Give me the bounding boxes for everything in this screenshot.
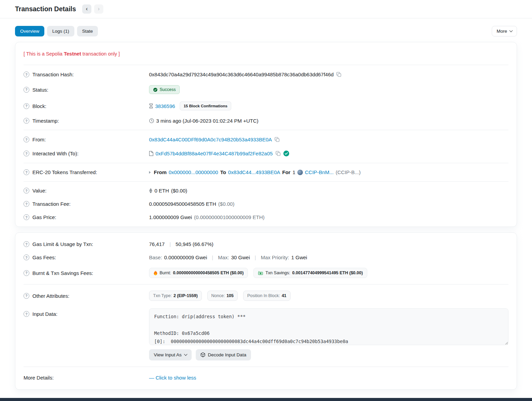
transaction-hash-row: Transaction Hash: 0x843dc70a4a29d79234c4… xyxy=(24,67,508,81)
decode-cube-icon xyxy=(201,352,205,357)
max-fee-value: 30 Gwei xyxy=(231,255,250,260)
decode-input-data-button[interactable]: Decode Input Data xyxy=(196,349,251,360)
position-key: Position In Block: xyxy=(247,293,280,298)
more-button[interactable]: More xyxy=(492,26,517,36)
input-data-row: Input Data: Function: drip(address token… xyxy=(24,305,508,364)
burnt-savings-label: Burnt & Txn Savings Fees: xyxy=(32,270,93,276)
txn-savings-value: 0.001477404999541495 ETH ($0.00) xyxy=(292,271,363,275)
help-icon[interactable] xyxy=(24,241,29,247)
erc20-label-group: ERC-20 Tokens Transferred: xyxy=(24,169,149,175)
value-label-group: Value: xyxy=(24,188,149,194)
view-input-as-button[interactable]: View Input As xyxy=(149,349,192,360)
timestamp-value: 3 mins ago (Jul-06-2023 01:02:24 PM +UTC… xyxy=(156,118,258,124)
transaction-hash-value-group: 0x843dc70a4a29d79234c49a904c363d6c46640a… xyxy=(149,71,508,78)
max-priority-value: 1 Gwei xyxy=(291,255,307,260)
show-less-link[interactable]: — Click to show less xyxy=(149,375,196,381)
view-input-as-label: View Input As xyxy=(154,352,182,357)
copy-icon[interactable] xyxy=(336,71,342,78)
erc20-amount: 1 xyxy=(293,169,295,175)
page-title: Transaction Details xyxy=(15,5,76,13)
tab-state[interactable]: State xyxy=(77,26,98,36)
base-fee-value: 0.000000009 Gwei xyxy=(164,255,207,260)
tabs-row: Overview Logs (1) State More xyxy=(0,18,532,36)
gas-fees-row: Gas Fees: Base: 0.000000009 Gwei | Max: … xyxy=(24,251,508,264)
transaction-fee-row: Transaction Fee: 0.000050945000458505 ET… xyxy=(24,197,508,211)
help-icon[interactable] xyxy=(24,87,29,93)
help-icon[interactable] xyxy=(24,169,29,175)
help-icon[interactable] xyxy=(24,151,29,156)
prev-transaction-button[interactable]: ‹ xyxy=(82,4,91,14)
chevron-right-icon: › xyxy=(98,6,100,12)
value-usd: ($0.00) xyxy=(171,188,188,194)
verified-check-icon xyxy=(283,151,289,156)
block-value-group: 3836596 15 Block Confirmations xyxy=(149,102,508,110)
minus-icon: — xyxy=(149,375,154,381)
divider xyxy=(24,367,508,367)
txn-type-key: Txn Type: xyxy=(153,293,172,298)
erc20-token-link[interactable]: CCIP-BnM... xyxy=(305,169,334,175)
divider xyxy=(24,65,508,65)
status-label: Status: xyxy=(32,87,48,93)
flame-icon xyxy=(153,271,158,275)
erc20-to-address-link[interactable]: 0x83dC44...4933BE0A xyxy=(228,169,280,175)
gas-limit-value-group: 76,417 | 50,945 (66.67%) xyxy=(149,241,508,247)
txn-type-badge: Txn Type: 2 (EIP-1559) xyxy=(149,291,202,301)
erc20-label: ERC-20 Tokens Transferred: xyxy=(32,169,97,175)
input-data-textarea[interactable]: Function: drip(address token) *** Method… xyxy=(149,308,508,345)
more-button-label: More xyxy=(497,29,507,34)
gas-price-value-group: 1.000000009 Gwei (0.000000001000000009 E… xyxy=(149,214,508,220)
interacted-with-value-group: 0xFd57b4ddBf88a4e07fF4e34C487b99af2Fe82a… xyxy=(149,150,508,157)
burnt-key: Burnt: xyxy=(160,271,171,275)
page-header: Transaction Details ‹ › xyxy=(0,0,532,18)
help-icon[interactable] xyxy=(24,270,29,276)
tab-overview[interactable]: Overview xyxy=(15,26,44,36)
block-number-link[interactable]: 3836596 xyxy=(155,103,175,109)
help-icon[interactable] xyxy=(24,201,29,207)
erc20-from-word: From xyxy=(154,169,167,175)
gas-price-label: Gas Price: xyxy=(32,214,56,220)
chevron-down-icon xyxy=(184,353,187,356)
gas-fees-value-group: Base: 0.000000009 Gwei | Max: 30 Gwei | … xyxy=(149,255,508,260)
transaction-hash-label-group: Transaction Hash: xyxy=(24,72,149,77)
help-icon[interactable] xyxy=(24,118,29,124)
copy-icon[interactable] xyxy=(275,150,281,157)
overview-card: [ This is a Sepolia Testnet transaction … xyxy=(15,42,517,227)
transaction-hash-label: Transaction Hash: xyxy=(32,72,74,77)
gas-fees-label: Gas Fees: xyxy=(32,255,56,260)
help-icon[interactable] xyxy=(24,137,29,142)
help-icon[interactable] xyxy=(24,72,29,77)
show-less-label: Click to show less xyxy=(156,375,196,381)
block-row: Block: 3836596 15 Block Confirmations xyxy=(24,98,508,114)
money-icon xyxy=(258,271,263,275)
help-icon[interactable] xyxy=(24,103,29,109)
base-fee-key: Base: xyxy=(149,255,162,260)
help-icon[interactable] xyxy=(24,311,29,317)
status-badge-label: Success xyxy=(160,87,176,92)
nonce-value: 105 xyxy=(226,293,234,298)
input-data-label: Input Data: xyxy=(32,311,57,317)
max-priority-key: Max Priority: xyxy=(261,255,289,260)
help-icon[interactable] xyxy=(24,188,29,194)
help-icon[interactable] xyxy=(24,214,29,220)
interacted-with-row: Interacted With (To): 0xFd57b4ddBf88a4e0… xyxy=(24,146,508,160)
block-label-group: Block: xyxy=(24,103,149,109)
from-row: From: 0x83dC44a4C00DFf69d0A0c7c94B20b53a… xyxy=(24,133,508,146)
caret-right-icon xyxy=(149,171,151,174)
chevron-down-icon xyxy=(509,29,513,32)
max-fee-key: Max: xyxy=(218,255,229,260)
hourglass-icon xyxy=(149,104,153,108)
timestamp-row: Timestamp: 3 mins ago (Jul-06-2023 01:02… xyxy=(24,114,508,127)
from-address-link[interactable]: 0x83dC44a4C00DFf69d0A0c7c94B20b53a4933BE… xyxy=(149,137,272,142)
help-icon[interactable] xyxy=(24,255,29,260)
to-address-link[interactable]: 0xFd57b4ddBf88a4e07fF4e34C487b99af2Fe82a… xyxy=(156,151,273,156)
separator: | xyxy=(209,255,216,260)
separator: | xyxy=(167,241,174,247)
tab-logs[interactable]: Logs (1) xyxy=(47,26,74,36)
erc20-from-address-link[interactable]: 0x000000...00000000 xyxy=(169,169,218,175)
gas-price-label-group: Gas Price: xyxy=(24,214,149,220)
copy-icon[interactable] xyxy=(274,136,280,143)
help-icon[interactable] xyxy=(24,293,29,299)
status-row: Status: Success xyxy=(24,81,508,98)
next-transaction-button[interactable]: › xyxy=(94,4,103,14)
from-value-group: 0x83dC44a4C00DFf69d0A0c7c94B20b53a4933BE… xyxy=(149,136,508,143)
